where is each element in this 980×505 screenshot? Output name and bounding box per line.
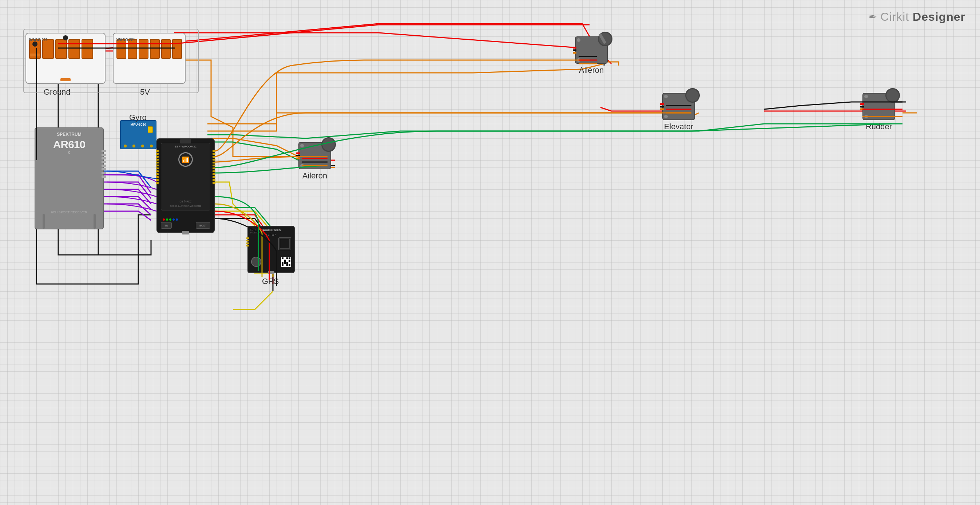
- svg-line-1: [175, 25, 379, 44]
- wago-conn-4: [68, 39, 80, 59]
- ar610-receiver: SPEKTRUM AR610 X 6CH SPORT RECEIVER: [35, 127, 104, 229]
- wago-conn-3: [55, 39, 67, 59]
- aileron2-servo: Aileron: [298, 142, 331, 181]
- elevator-label: Elevator: [662, 122, 695, 131]
- wago-conn-5: [81, 39, 93, 59]
- wago-5v-conn-3: [138, 39, 148, 59]
- rudder-servo: Rudder: [862, 93, 895, 131]
- brand-icon: ✒: [869, 11, 877, 23]
- wago-conn-1: [29, 39, 41, 59]
- brand-text: Cirkit Designer: [880, 10, 966, 24]
- gps-label: GPS: [262, 277, 279, 286]
- voltage-label: 5V: [140, 88, 150, 97]
- wago-5v-conn-2: [128, 39, 138, 59]
- elevator-servo: Elevator: [662, 93, 695, 131]
- wago-5v-conn-5: [161, 39, 171, 59]
- wago-ground-group: WAGO 221: [25, 33, 105, 84]
- gps-module: GooruuTech GT-U7 3383 14D10011: [247, 226, 295, 273]
- aileron1-servo: Aileron: [575, 37, 608, 75]
- rudder-label: Rudder: [862, 122, 895, 131]
- wago-5v-group: WAGO 221: [113, 33, 186, 84]
- brand-logo: ✒ Cirkit Designer: [869, 10, 966, 24]
- esp32-module: ESP-WROOM32 📶 CE © FCC FCC-ID:2AC7ZESP-W…: [156, 139, 215, 233]
- wago-5v-conn-6: [172, 39, 182, 59]
- wago-5v-conn-1: [116, 39, 126, 59]
- wago-5v-conn-4: [150, 39, 160, 59]
- aileron2-label: Aileron: [298, 171, 331, 181]
- wago-conn-2: [42, 39, 54, 59]
- gyro-board: MPU-6050: [120, 120, 156, 149]
- aileron1-label: Aileron: [575, 65, 608, 75]
- gyro-label: Gyro: [129, 113, 146, 122]
- ground-label: Ground: [44, 88, 70, 97]
